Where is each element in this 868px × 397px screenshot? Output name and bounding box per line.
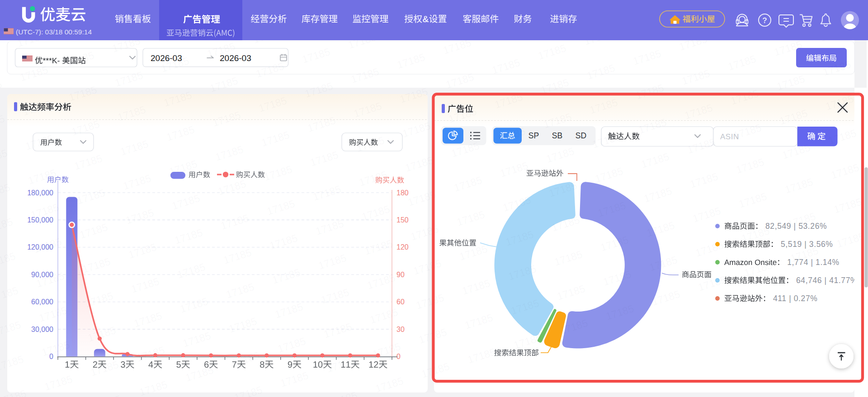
svg-text:SD: SD (576, 131, 586, 140)
svg-text:120: 120 (396, 243, 409, 251)
svg-text:0: 0 (396, 353, 401, 360)
svg-text:(UTC-7): 03/18 00:59:14: (UTC-7): 03/18 00:59:14 (16, 28, 92, 36)
svg-text:180: 180 (396, 189, 409, 197)
svg-text:60,000: 60,000 (31, 298, 53, 306)
svg-text:150: 150 (396, 216, 409, 224)
svg-text:60: 60 (396, 298, 405, 306)
svg-text:30,000: 30,000 (31, 326, 53, 333)
svg-text:SB: SB (552, 131, 562, 140)
svg-text:180,000: 180,000 (27, 189, 53, 197)
svg-text:411 | 0.27%: 411 | 0.27% (773, 294, 817, 303)
svg-text:64,746 | 41.77%: 64,746 | 41.77% (796, 276, 858, 285)
svg-text:90: 90 (396, 271, 405, 279)
svg-text:SP: SP (528, 131, 539, 140)
svg-text:30: 30 (396, 326, 405, 333)
